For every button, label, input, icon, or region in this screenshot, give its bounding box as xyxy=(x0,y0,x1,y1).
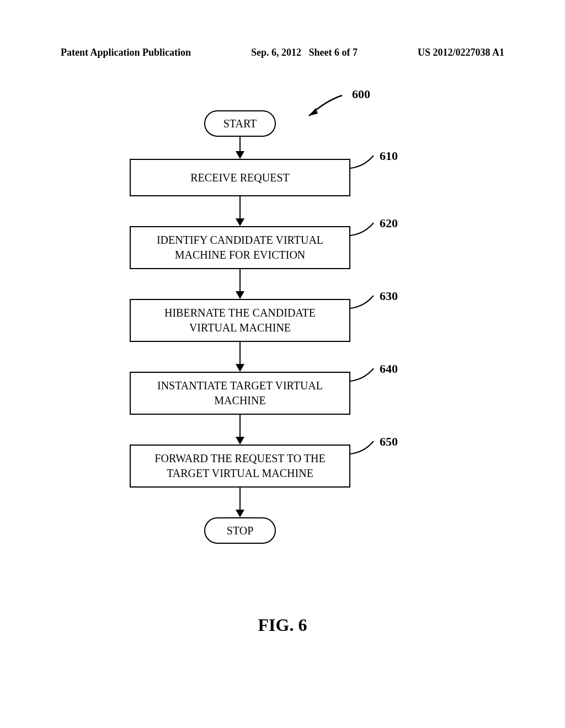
step-640-ref: 640 xyxy=(380,362,398,376)
arrow-610-to-620 xyxy=(239,196,241,220)
step-610-text: RECEIVE REQUEST xyxy=(190,170,289,185)
figure-ref-arrow xyxy=(303,93,348,120)
step-610-box: RECEIVE REQUEST xyxy=(130,159,350,196)
header-pub-number: US 2012/0227038 A1 xyxy=(418,47,504,58)
step-620-box: IDENTIFY CANDIDATE VIRTUAL MACHINE FOR E… xyxy=(130,226,350,269)
arrow-head-650-to-stop xyxy=(236,510,244,517)
step-650-ref: 650 xyxy=(380,435,398,449)
stop-terminal: STOP xyxy=(204,517,276,544)
arrow-head-630-to-640 xyxy=(236,364,244,372)
header-sheet: Sheet 6 of 7 xyxy=(309,47,358,58)
step-630-text: HIBERNATE THE CANDIDATE VIRTUAL MACHINE xyxy=(164,306,316,335)
start-label: START xyxy=(223,117,257,130)
step-620-text: IDENTIFY CANDIDATE VIRTUAL MACHINE FOR E… xyxy=(157,233,323,263)
step-620-ref: 620 xyxy=(380,216,398,231)
arrow-620-to-630 xyxy=(239,269,241,292)
step-630-box: HIBERNATE THE CANDIDATE VIRTUAL MACHINE xyxy=(130,299,350,342)
step-610-ref: 610 xyxy=(380,149,398,163)
arrow-start-to-610 xyxy=(239,137,241,152)
step-630-ref: 630 xyxy=(380,289,398,303)
arrow-head-640-to-650 xyxy=(236,437,244,445)
step-650-connector xyxy=(350,440,378,459)
step-640-connector xyxy=(350,367,378,387)
header-date: Sep. 6, 2012 xyxy=(251,47,301,58)
arrow-head-620-to-630 xyxy=(236,291,244,299)
header-date-sheet: Sep. 6, 2012 Sheet 6 of 7 xyxy=(251,47,358,58)
step-640-box: INSTANTIATE TARGET VIRTUAL MACHINE xyxy=(130,372,350,415)
arrow-head-610-to-620 xyxy=(236,218,244,226)
flowchart-diagram: 600 START RECEIVE REQUEST 610 IDENTIFY C… xyxy=(0,77,565,629)
stop-label: STOP xyxy=(227,524,254,537)
figure-ref-label: 600 xyxy=(352,87,370,101)
page-header: Patent Application Publication Sep. 6, 2… xyxy=(61,47,504,58)
arrow-head-start-to-610 xyxy=(236,151,244,159)
arrow-650-to-stop xyxy=(239,488,241,511)
header-publication-type: Patent Application Publication xyxy=(61,47,191,58)
arrow-630-to-640 xyxy=(239,342,241,365)
step-610-connector xyxy=(350,154,378,174)
figure-label: FIG. 6 xyxy=(0,615,565,635)
step-640-text: INSTANTIATE TARGET VIRTUAL MACHINE xyxy=(157,378,323,408)
start-terminal: START xyxy=(204,110,276,137)
arrow-640-to-650 xyxy=(239,415,241,438)
step-650-box: FORWARD THE REQUEST TO THE TARGET VIRTUA… xyxy=(130,445,350,488)
step-630-connector xyxy=(350,295,378,314)
step-620-connector xyxy=(350,222,378,241)
step-650-text: FORWARD THE REQUEST TO THE TARGET VIRTUA… xyxy=(154,451,325,481)
